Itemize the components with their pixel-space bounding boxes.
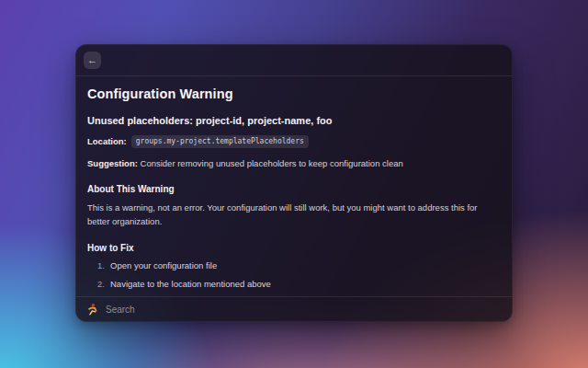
location-label: Location:: [87, 136, 127, 146]
location-code-chip: groups.my-project.templatePlaceholders: [131, 135, 309, 148]
list-item-text: Open your configuration file: [110, 260, 217, 270]
warning-detail-view: Configuration Warning Unused placeholder…: [76, 76, 512, 296]
desktop-background: ← Configuration Warning Unused placehold…: [0, 0, 588, 368]
runner-extension-icon: [86, 303, 98, 316]
list-item-text: Navigate to the location mentioned above: [110, 279, 271, 289]
window-header: ←: [76, 45, 512, 76]
location-row: Location: groups.my-project.templatePlac…: [87, 135, 501, 148]
list-item-number: 1.: [96, 260, 105, 270]
about-this-warning-heading: About This Warning: [87, 184, 501, 194]
unused-placeholders-heading: Unused placeholders: project-id, project…: [87, 115, 501, 126]
list-item-number: 2.: [96, 279, 105, 289]
search-footer: [76, 296, 512, 321]
suggestion-row: Suggestion: Consider removing unused pla…: [87, 158, 501, 170]
list-item: 1. Open your configuration file: [87, 260, 501, 270]
about-this-warning-body: This is a warning, not an error. Your co…: [87, 201, 495, 228]
suggestion-text: Consider removing unused placeholders to…: [138, 158, 403, 168]
page-title: Configuration Warning: [87, 86, 501, 101]
back-button[interactable]: ←: [84, 52, 101, 69]
search-input[interactable]: [106, 305, 502, 315]
configuration-warning-window: ← Configuration Warning Unused placehold…: [75, 44, 513, 322]
how-to-fix-heading: How to Fix: [87, 243, 501, 253]
list-item: 2. Navigate to the location mentioned ab…: [87, 279, 501, 289]
how-to-fix-list: 1. Open your configuration file 2. Navig…: [87, 260, 501, 296]
suggestion-label: Suggestion:: [87, 158, 138, 168]
